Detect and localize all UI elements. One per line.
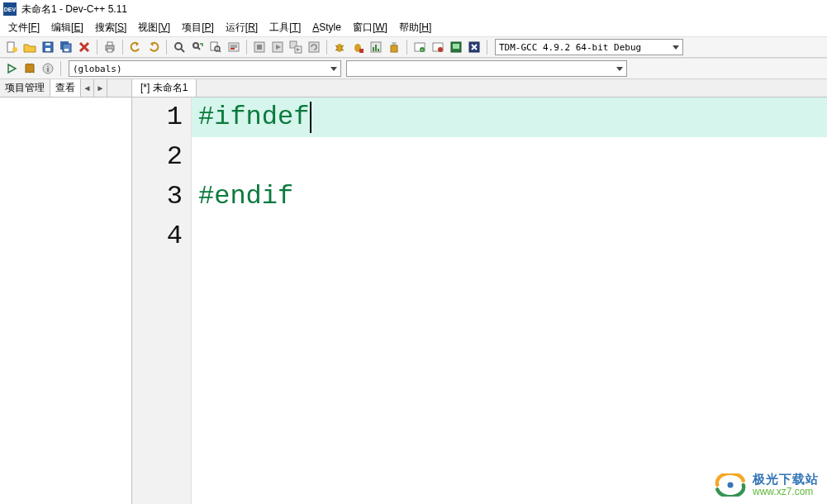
sidebar-tab-view[interactable]: 查看 [50,79,81,97]
save-icon[interactable] [40,39,56,55]
svg-rect-4 [45,43,50,45]
toolbar-separator [406,40,407,55]
menu-project[interactable]: 项目[P] [177,19,219,36]
menu-bar: 文件[F] 编辑[E] 搜索[S] 视图[V] 项目[P] 运行[R] 工具[T… [0,18,827,36]
clean-icon[interactable] [386,39,402,55]
sidebar-tab-scroll-left[interactable]: ◄ [81,79,94,97]
toolbar-separator [326,40,327,55]
compiler-combobox[interactable]: TDM-GCC 4.9.2 64-bit Debug [495,39,683,55]
new-project-icon[interactable]: + [411,39,428,55]
sidebar: 项目管理 查看 ◄ ► [0,79,132,504]
svg-rect-36 [373,47,374,51]
open-folder-icon[interactable] [21,39,38,55]
svg-rect-27 [309,42,319,52]
window-title: 未命名1 - Dev-C++ 5.11 [21,2,127,17]
menu-edit[interactable]: 编辑[E] [46,19,88,36]
menu-file[interactable]: 文件[F] [3,19,45,36]
undo-icon[interactable] [127,39,144,55]
menu-run[interactable]: 运行[R] [221,19,263,36]
svg-text:+: + [421,47,424,52]
find-icon[interactable] [171,39,188,55]
debug-icon[interactable] [331,39,348,55]
compile-icon[interactable] [251,39,268,55]
app-icon: DEV [3,2,17,16]
sidebar-tab-scroll-right[interactable]: ► [94,79,107,97]
save-all-icon[interactable] [58,39,74,55]
menu-view[interactable]: 视图[V] [133,19,175,36]
svg-rect-46 [453,44,459,49]
title-bar: DEV 未命名1 - Dev-C++ 5.11 [0,0,827,18]
watermark-title: 极光下载站 [753,473,819,487]
svg-rect-39 [391,45,397,52]
globals-combobox[interactable]: (globals) [69,60,341,77]
sidebar-tab-project[interactable]: 项目管理 [0,79,50,97]
menu-window[interactable]: 窗口[W] [348,19,392,36]
toolbar-main: + TDM-GCC 4.9.2 64-bit Debug [0,36,827,58]
compiler-options-icon[interactable] [466,39,482,55]
about-icon[interactable]: i [40,60,56,77]
svg-point-44 [438,47,443,52]
svg-point-28 [336,44,343,52]
menu-search[interactable]: 搜索[S] [90,19,132,36]
svg-rect-7 [64,49,69,51]
toolbar-separator [97,40,97,55]
svg-line-14 [197,47,200,50]
svg-rect-34 [359,49,364,53]
svg-rect-38 [378,49,379,51]
svg-rect-9 [107,42,112,45]
watermark: 极光下载站 www.xz7.com [713,473,819,497]
profile-icon[interactable] [368,39,384,55]
svg-rect-10 [107,49,112,52]
watermark-url: www.xz7.com [753,487,813,497]
svg-line-12 [181,49,184,52]
svg-rect-23 [257,45,262,50]
run-icon[interactable] [269,39,286,55]
code-area[interactable]: 1234 #ifndef#endif [132,97,827,504]
goto-line-icon[interactable] [226,39,242,55]
workspace: 项目管理 查看 ◄ ► [*] 未命名1 1234 #ifndef#endif … [0,79,827,504]
toolbar-separator [166,40,167,55]
toolbar-secondary: i (globals) [0,58,827,79]
watermark-logo-icon [713,473,748,497]
editor-tabs: [*] 未命名1 [132,79,827,97]
svg-text:i: i [47,65,50,74]
close-icon[interactable] [76,39,93,55]
help-book-icon[interactable] [21,60,38,77]
sidebar-tabs: 项目管理 查看 ◄ ► [0,79,131,97]
code-text[interactable]: #ifndef#endif [192,97,827,504]
svg-point-1 [12,47,17,52]
compile-run-icon[interactable] [288,39,304,55]
svg-rect-37 [375,45,377,51]
sidebar-content [0,97,131,504]
new-file-icon[interactable] [3,39,20,55]
line-number-gutter: 1234 [132,97,192,504]
svg-line-17 [219,50,221,52]
project-options-icon[interactable] [430,39,446,55]
print-icon[interactable] [102,39,118,55]
toolbar-separator [60,61,61,76]
svg-rect-3 [45,48,50,51]
editor-pane: [*] 未命名1 1234 #ifndef#endif 极光下载站 www.xz… [132,79,827,504]
editor-tab-file1[interactable]: [*] 未命名1 [132,79,197,97]
replace-icon[interactable] [189,39,206,55]
toolbar-separator [487,40,487,55]
toolbar-separator [122,40,123,55]
environment-options-icon[interactable] [448,39,464,55]
find-in-files-icon[interactable] [207,39,224,55]
svg-point-50 [728,483,734,488]
redo-icon[interactable] [145,39,162,55]
debug-play-icon[interactable] [3,60,20,77]
debug-stop-icon[interactable] [349,39,366,55]
svg-point-11 [175,43,182,50]
menu-astyle[interactable]: AStyle [307,20,346,35]
rebuild-icon[interactable] [306,39,322,55]
functions-combobox[interactable] [346,60,627,77]
menu-tools[interactable]: 工具[T] [264,19,306,36]
toolbar-separator [246,40,247,55]
menu-help[interactable]: 帮助[H] [394,19,436,36]
